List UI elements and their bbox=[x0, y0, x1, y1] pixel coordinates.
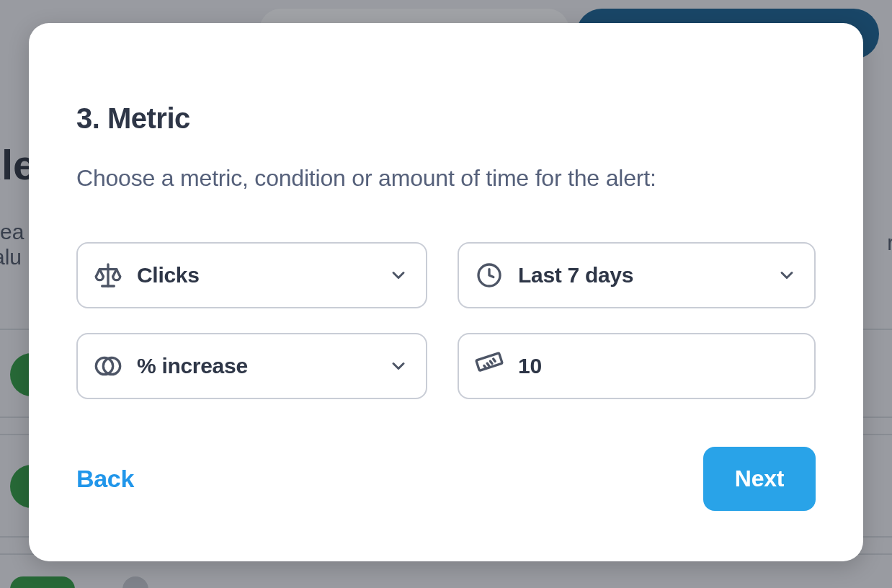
period-select[interactable]: Last 7 days bbox=[458, 242, 816, 308]
modal-title: 3. Metric bbox=[76, 102, 816, 135]
metric-select[interactable]: Clicks bbox=[76, 242, 427, 308]
condition-select[interactable]: % increase bbox=[76, 333, 427, 399]
scales-icon bbox=[94, 261, 122, 290]
chevron-down-icon bbox=[388, 265, 409, 285]
form-grid: Clicks Last 7 days bbox=[76, 242, 816, 399]
next-button[interactable]: Next bbox=[703, 447, 816, 511]
chevron-down-icon bbox=[388, 356, 409, 376]
metric-select-value: Clicks bbox=[122, 263, 388, 288]
svg-line-5 bbox=[487, 363, 489, 366]
modal-footer: Back Next bbox=[76, 447, 816, 511]
svg-line-4 bbox=[484, 365, 486, 368]
svg-rect-3 bbox=[476, 353, 502, 371]
amount-input-field[interactable] bbox=[458, 333, 816, 399]
modal-subtitle: Choose a metric, condition or amount of … bbox=[76, 165, 816, 192]
period-select-value: Last 7 days bbox=[504, 263, 777, 288]
condition-select-value: % increase bbox=[122, 354, 388, 378]
venn-icon bbox=[94, 352, 122, 380]
svg-line-6 bbox=[490, 361, 492, 364]
ruler-icon bbox=[475, 352, 504, 380]
metric-step-modal: 3. Metric Choose a metric, condition or … bbox=[29, 23, 863, 561]
chevron-down-icon bbox=[777, 265, 797, 285]
svg-line-7 bbox=[494, 359, 496, 362]
clock-icon bbox=[475, 261, 504, 290]
back-button[interactable]: Back bbox=[76, 465, 134, 493]
amount-input[interactable] bbox=[504, 354, 797, 378]
